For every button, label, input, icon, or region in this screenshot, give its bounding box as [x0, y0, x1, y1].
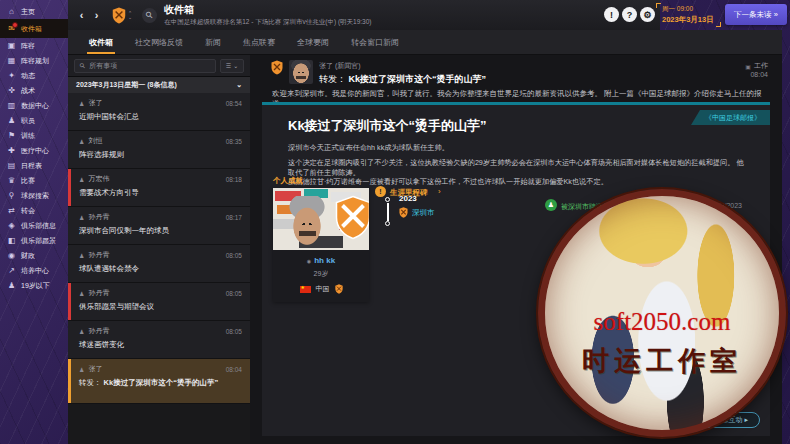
game-clock: 周一 09:00	[662, 5, 720, 14]
item-sender: 孙丹青	[88, 250, 109, 260]
page-title: 收件箱	[164, 3, 371, 17]
club-switcher[interactable]: ⌃⌄	[128, 11, 132, 19]
tab-label: 新闻	[205, 37, 221, 48]
sidebar-item-scouting[interactable]: ⚲球探搜索	[0, 188, 68, 203]
milestone-trophy-icon: !	[375, 186, 386, 197]
inbox-item[interactable]: ♟万宏伟08:18需要战术方向引导	[68, 169, 250, 207]
tab-news[interactable]: 新闻	[194, 30, 232, 54]
sidebar-item-development-centre[interactable]: ↗培养中心	[0, 263, 68, 278]
search-icon[interactable]: ⚲	[142, 8, 157, 23]
item-sender: 万宏伟	[88, 174, 109, 184]
inbox-group-header[interactable]: 2023年3月13日星期一 (8条信息)⌄	[68, 77, 250, 93]
sidebar-item-label: 收件箱	[21, 24, 42, 34]
forward-button[interactable]: ›	[89, 9, 104, 21]
manager-name[interactable]: hh kk	[314, 256, 335, 265]
sidebar-item-staff[interactable]: ♟职员	[0, 113, 68, 128]
inbox-filter-bar: ⚲所有事项 ☰⌄	[68, 55, 250, 77]
sidebar-item-squad[interactable]: ▣阵容	[0, 38, 68, 53]
sidebar-item-club-vision[interactable]: ◧俱乐部愿景	[0, 233, 68, 248]
inbox-item[interactable]: ♟孙丹青08:05球迷画饼变化	[68, 321, 250, 359]
sender-avatar[interactable]	[289, 60, 313, 84]
inbox-item[interactable]: ♟张了08:54近期中国转会汇总	[68, 93, 250, 131]
sidebar-item-dynamics[interactable]: ✦动态	[0, 68, 68, 83]
settings-gear-icon[interactable]: ⚙	[640, 7, 655, 22]
sidebar-item-club-info[interactable]: ◈俱乐部信息	[0, 218, 68, 233]
tab-featured-leagues[interactable]: 焦点联赛	[232, 30, 286, 54]
item-subject: 阵容选择规则	[79, 150, 242, 160]
inbox-item-selected[interactable]: ♟张了08:04转发： Kk接过了深圳市这个“烫手的山芋”	[68, 359, 250, 404]
watermark-url: soft2050.com	[566, 308, 758, 336]
inbox-items: ♟张了08:54近期中国转会汇总 ♟刘恒08:35阵容选择规则 ♟万宏伟08:1…	[68, 93, 250, 444]
tactics-icon: ✜	[7, 87, 16, 95]
sidebar-item-training[interactable]: ⚑训练	[0, 128, 68, 143]
person-icon: ♟	[79, 100, 84, 107]
club-crest-icon	[335, 284, 343, 294]
item-sender: 孙丹青	[88, 212, 109, 222]
tab-world-news[interactable]: 全球要闻	[286, 30, 340, 54]
item-time: 08:54	[226, 100, 242, 107]
sidebar-item-transfers[interactable]: ⇄转会	[0, 203, 68, 218]
medical-cross-icon: ✚	[7, 147, 16, 155]
inbox-item[interactable]: ♟孙丹青08:05俱乐部愿景与期望会议	[68, 283, 250, 321]
sidebar-item-label: 战术	[21, 86, 35, 96]
calendar-icon: ▤	[7, 162, 16, 170]
magnifier-icon: ⚲	[7, 192, 16, 200]
sidebar-item-matches[interactable]: ♛比赛	[0, 173, 68, 188]
china-flag-icon	[300, 286, 311, 293]
watermark-overlay: soft2050.com 时运工作室	[538, 189, 786, 437]
sidebar-item-medical-centre[interactable]: ✚医疗中心	[0, 143, 68, 158]
inbox-item[interactable]: ♟孙丹青08:17深圳市合同仅剩一年的球员	[68, 207, 250, 245]
manager-portrait	[273, 188, 369, 250]
item-time: 08:18	[226, 176, 242, 183]
sidebar-item-under-19s[interactable]: ♟19岁以下	[0, 278, 68, 293]
tab-label: 转会窗口新闻	[351, 37, 399, 48]
sidebar-item-squad-planner[interactable]: ▦阵容规划	[0, 53, 68, 68]
inbox-tab-bar: 收件箱 社交网络反馈 新闻 焦点联赛 全球要闻 转会窗口新闻	[68, 30, 782, 55]
timeline-line	[387, 203, 389, 221]
category-label: 工作	[754, 61, 768, 71]
sidebar-item-tactics[interactable]: ✜战术	[0, 83, 68, 98]
hint-icon[interactable]: !	[604, 7, 619, 22]
manager-info: ◉hh kk 29岁 中国	[273, 250, 369, 302]
shirt-icon: ▣	[7, 42, 16, 50]
sender-block: 张了 (新闻官) 转发： Kk接过了深圳市这个“烫手的山芋”	[319, 60, 486, 86]
article-paragraph: 虽然德拉甘·约万诺维奇一度被看好可以拿下这份工作，不过也许球队一开始就更加偏爱K…	[288, 177, 750, 187]
inbox-item[interactable]: ♟孙丹青08:05球队遭遇转会禁令	[68, 245, 250, 283]
tab-label: 全球要闻	[297, 37, 329, 48]
game-date: 周一 09:00 2023年3月13日	[662, 5, 720, 25]
sidebar-item-schedule[interactable]: ▤日程表	[0, 158, 68, 173]
next-unread-button[interactable]: 下一条未读 »	[725, 4, 787, 25]
subject-prefix: 转发：	[319, 74, 349, 84]
club-badge[interactable]: ⌃⌄	[112, 7, 132, 24]
info-icon: ◉	[307, 258, 311, 264]
back-button[interactable]: ‹	[74, 9, 89, 21]
sender-name: 张了 (新闻官)	[319, 61, 486, 71]
manager-profile-card[interactable]: ◉hh kk 29岁 中国	[273, 188, 369, 302]
message-category: ▣工作	[745, 61, 768, 71]
person-icon: ♟	[79, 214, 84, 221]
sidebar-item-finances[interactable]: ◉财政	[0, 248, 68, 263]
sidebar-item-inbox[interactable]: ✉收件箱	[0, 19, 68, 38]
tab-transfer-window-news[interactable]: 转会窗口新闻	[340, 30, 410, 54]
milestone-club-link[interactable]: 深圳市	[399, 207, 435, 218]
search-icon: ⚲	[78, 61, 87, 70]
view-options-button[interactable]: ☰⌄	[220, 59, 244, 73]
inbox-item[interactable]: ♟刘恒08:35阵容选择规则	[68, 131, 250, 169]
help-icon[interactable]: ?	[622, 7, 637, 22]
sidebar-item-home[interactable]: ⌂主页	[0, 4, 68, 19]
person-icon: ♟	[79, 366, 84, 373]
club-crest-icon	[271, 60, 283, 75]
milestone-year: 2023	[399, 194, 417, 203]
training-icon: ⚑	[7, 132, 16, 140]
manager-age: 29岁	[273, 269, 369, 279]
tab-social-feedback[interactable]: 社交网络反馈	[124, 30, 194, 54]
work-category-icon: ▣	[745, 63, 751, 70]
sidebar-item-data-hub[interactable]: ▥数据中心	[0, 98, 68, 113]
item-subject-prefix: 转发：	[79, 378, 104, 387]
inbox-filter-input[interactable]: ⚲所有事项	[74, 59, 216, 73]
tab-inbox[interactable]: 收件箱	[78, 30, 124, 54]
club-crest-icon	[112, 7, 126, 24]
item-sender: 孙丹青	[88, 326, 109, 336]
person-icon: ♟	[79, 328, 84, 335]
club-crest-icon	[399, 207, 408, 218]
